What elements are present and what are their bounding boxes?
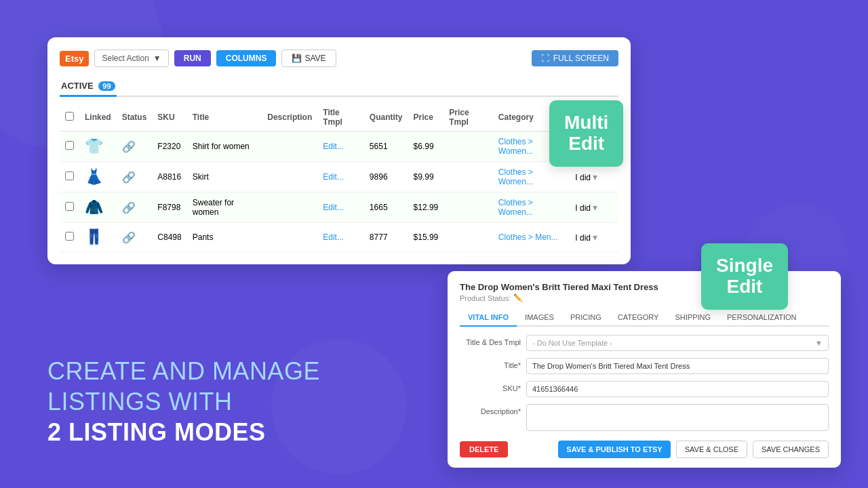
fullscreen-label: FULL SCREEN: [553, 54, 609, 63]
columns-button[interactable]: COLUMNS: [216, 50, 277, 66]
row-link-icon: 🔗: [117, 162, 153, 192]
se-description-label: Description*: [460, 404, 521, 415]
row-quantity: 8777: [364, 223, 408, 252]
save-close-button[interactable]: SAVE & CLOSE: [676, 441, 747, 458]
row-icon: 🧥: [79, 192, 117, 223]
col-linked: Linked: [79, 104, 117, 131]
row-description: [262, 192, 317, 223]
hero-line2: LISTINGS WITH: [47, 386, 320, 417]
save-changes-button[interactable]: SAVE CHANGES: [753, 441, 829, 458]
chevron-down-icon: ▼: [815, 339, 823, 347]
se-tab-images[interactable]: IMAGES: [517, 309, 562, 327]
col-checkbox: [60, 104, 79, 131]
table-row: 👕 🔗 F2320 Shirt for women Edit... 5651 $…: [60, 131, 618, 162]
se-sku-row: SKU*: [460, 381, 829, 397]
hero-text: CREATE AND MANAGE LISTINGS WITH 2 LISTIN…: [47, 356, 320, 447]
row-title: Sweater for women: [187, 192, 262, 223]
row-description: [262, 131, 317, 162]
row-sku: C8498: [152, 223, 186, 252]
row-quantity: 1665: [364, 192, 408, 223]
se-title-des-tmpl-value: - Do Not Use Template -: [532, 339, 612, 347]
row-description: [262, 162, 317, 192]
table-row: 👗 🔗 A8816 Skirt Edit... 9896 $9.99 Cloth…: [60, 162, 618, 192]
se-status-label: Product Status:: [460, 294, 511, 302]
row-price: $12.99: [408, 192, 444, 223]
se-title-input[interactable]: [526, 358, 829, 374]
save-button[interactable]: 💾 SAVE: [281, 49, 336, 67]
multi-edit-line2: Edit: [564, 134, 608, 155]
row-price-tmpl: [443, 223, 493, 252]
row-title: Skirt: [187, 162, 262, 192]
row-price: $15.99: [408, 223, 444, 252]
se-sku-input[interactable]: [526, 381, 829, 397]
listings-table: Linked Status SKU Title Description Titl…: [60, 104, 618, 252]
row-edit-link[interactable]: Edit...: [317, 162, 364, 192]
se-tab-pricing[interactable]: PRICING: [562, 309, 610, 327]
se-title-label: Title*: [460, 358, 521, 369]
delete-button[interactable]: DELETE: [460, 441, 508, 458]
multi-edit-panel: Etsy Select Action ▼ RUN COLUMNS 💾 SAVE …: [47, 37, 631, 264]
row-link-icon: 🔗: [117, 131, 153, 162]
row-edit-link[interactable]: Edit...: [317, 131, 364, 162]
row-link-icon: 🔗: [117, 223, 153, 252]
col-status: Status: [117, 104, 153, 131]
row-category: Clothes > Women...: [493, 192, 570, 223]
select-all-checkbox[interactable]: [65, 112, 74, 121]
multi-edit-line1: Multi: [564, 113, 608, 134]
row-sku: A8816: [152, 162, 186, 192]
row-sku: F8798: [152, 192, 186, 223]
row-select-checkbox[interactable]: [65, 171, 74, 180]
row-price-tmpl: [443, 162, 493, 192]
se-tab-category[interactable]: CATEGORY: [610, 309, 667, 327]
se-description-textarea[interactable]: [526, 404, 829, 431]
row-title: Shirt for women: [187, 131, 262, 162]
save-label: SAVE: [304, 54, 326, 63]
tab-active[interactable]: ACTIVE 99: [60, 77, 117, 97]
row-title: Pants: [187, 223, 262, 252]
table-row: 🧥 🔗 F8798 Sweater for women Edit... 1665…: [60, 192, 618, 223]
se-title-des-tmpl-select[interactable]: - Do Not Use Template - ▼: [526, 335, 829, 351]
row-edit-link[interactable]: Edit...: [317, 223, 364, 252]
select-action-label: Select Action: [102, 54, 149, 63]
fullscreen-button[interactable]: ⛶ FULL SCREEN: [532, 50, 618, 66]
toolbar: Etsy Select Action ▼ RUN COLUMNS 💾 SAVE …: [60, 49, 618, 67]
se-tab-personalization[interactable]: PERSONALIZATION: [719, 309, 804, 327]
row-select-checkbox[interactable]: [65, 232, 74, 241]
row-icon: 👖: [79, 223, 117, 252]
edit-pencil-icon[interactable]: ✏️: [513, 293, 523, 302]
col-sku: SKU: [152, 104, 186, 131]
row-who-made: I did ▾: [570, 223, 618, 252]
se-title-row: Title*: [460, 358, 829, 374]
single-edit-badge: Single Edit: [701, 243, 788, 310]
run-button[interactable]: RUN: [174, 50, 211, 66]
col-price-tmpl: Price Tmpl: [443, 104, 493, 131]
row-select-checkbox[interactable]: [65, 141, 74, 150]
publish-button[interactable]: SAVE & PUBLISH TO ETSY: [558, 441, 670, 458]
col-title: Title: [187, 104, 262, 131]
se-footer: DELETE SAVE & PUBLISH TO ETSY SAVE & CLO…: [460, 441, 829, 458]
row-sku: F2320: [152, 131, 186, 162]
fullscreen-icon: ⛶: [541, 54, 549, 63]
se-tabs: VITAL INFO IMAGES PRICING CATEGORY SHIPP…: [460, 309, 829, 327]
row-price: $9.99: [408, 162, 444, 192]
select-action-dropdown[interactable]: Select Action ▼: [94, 49, 168, 67]
tab-bar: ACTIVE 99: [60, 77, 618, 97]
se-sku-label: SKU*: [460, 381, 521, 392]
row-quantity: 9896: [364, 162, 408, 192]
table-row: 👖 🔗 C8498 Pants Edit... 8777 $15.99 Clot…: [60, 223, 618, 252]
se-title-des-tmpl-row: Title & Des Tmpl - Do Not Use Template -…: [460, 335, 829, 351]
row-edit-link[interactable]: Edit...: [317, 192, 364, 223]
row-quantity: 5651: [364, 131, 408, 162]
row-checkbox: [60, 131, 79, 162]
row-who-made: I did ▾: [570, 192, 618, 223]
col-quantity: Quantity: [364, 104, 408, 131]
single-edit-line1: Single: [716, 256, 773, 277]
row-link-icon: 🔗: [117, 192, 153, 223]
hero-line1: CREATE AND MANAGE: [47, 356, 320, 386]
se-tab-vital-info[interactable]: VITAL INFO: [460, 309, 517, 327]
se-tab-shipping[interactable]: SHIPPING: [667, 309, 719, 327]
row-select-checkbox[interactable]: [65, 202, 74, 211]
row-icon: 👕: [79, 131, 117, 162]
etsy-logo: Etsy: [60, 51, 89, 66]
row-category: Clothes > Men...: [493, 223, 570, 252]
